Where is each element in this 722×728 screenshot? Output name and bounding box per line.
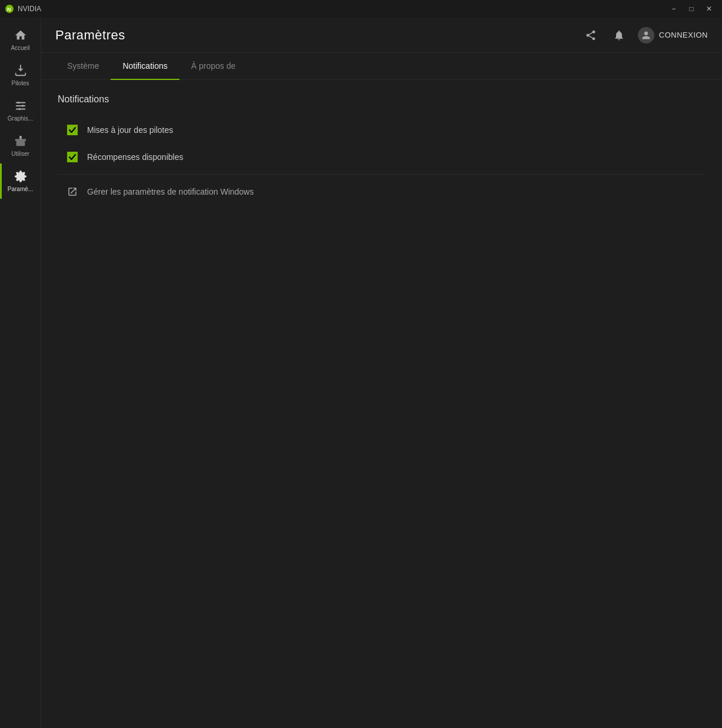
divider bbox=[58, 174, 706, 175]
svg-point-2 bbox=[17, 102, 19, 104]
title-bar-app-name: NVIDIA bbox=[18, 5, 41, 13]
gear-icon bbox=[14, 169, 28, 183]
app-container: Accueil Pilotes Graphis... Utiliser Para bbox=[0, 18, 722, 728]
avatar bbox=[638, 27, 654, 44]
nvidia-logo-icon: N bbox=[5, 4, 14, 14]
header: Paramètres bbox=[41, 18, 722, 53]
notification-item-recompenses[interactable]: Récompenses disponibles bbox=[58, 143, 706, 171]
checkmark-icon-2 bbox=[69, 153, 76, 161]
external-link-label: Gérer les paramètres de notification Win… bbox=[87, 187, 254, 196]
tab-apropos[interactable]: À propos de bbox=[179, 53, 248, 80]
section-title: Notifications bbox=[58, 94, 706, 105]
notifications-button[interactable] bbox=[610, 26, 628, 45]
checkbox-mises-a-jour[interactable] bbox=[67, 125, 78, 135]
notification-label-recompenses: Récompenses disponibles bbox=[87, 152, 183, 162]
svg-text:N: N bbox=[7, 6, 11, 12]
maximize-button[interactable]: □ bbox=[683, 3, 700, 15]
minimize-button[interactable]: − bbox=[666, 3, 682, 15]
sidebar-label-accueil: Accueil bbox=[11, 45, 29, 52]
title-bar-left: N NVIDIA bbox=[5, 4, 41, 14]
gift-icon bbox=[14, 134, 28, 148]
checkbox-recompenses[interactable] bbox=[67, 152, 78, 162]
svg-rect-6 bbox=[16, 141, 25, 146]
connexion-label: CONNEXION bbox=[659, 31, 708, 39]
notification-items: Mises à jour des pilotes Récompenses dis… bbox=[58, 116, 706, 171]
external-link-windows-notifications[interactable]: Gérer les paramètres de notification Win… bbox=[58, 178, 706, 205]
sidebar-label-pilotes: Pilotes bbox=[11, 80, 29, 87]
title-bar: N NVIDIA − □ ✕ bbox=[0, 0, 722, 18]
sidebar-item-graphiques[interactable]: Graphis... bbox=[0, 93, 41, 128]
sidebar: Accueil Pilotes Graphis... Utiliser Para bbox=[0, 18, 41, 728]
share-button[interactable] bbox=[581, 26, 600, 45]
user-icon bbox=[641, 31, 651, 40]
sliders-icon bbox=[14, 99, 28, 113]
checkmark-icon bbox=[69, 126, 76, 133]
sidebar-label-utiliser: Utiliser bbox=[11, 151, 29, 158]
tab-systeme[interactable]: Système bbox=[55, 53, 111, 80]
sidebar-item-pilotes[interactable]: Pilotes bbox=[0, 58, 41, 93]
page-content: Notifications Mises à jour des pilotes bbox=[41, 80, 722, 728]
close-button[interactable]: ✕ bbox=[701, 3, 717, 15]
external-link-icon bbox=[67, 186, 78, 197]
title-bar-controls: − □ ✕ bbox=[666, 3, 717, 15]
download-icon bbox=[14, 64, 28, 78]
bell-icon bbox=[613, 29, 625, 41]
notification-item-mises-a-jour[interactable]: Mises à jour des pilotes bbox=[58, 116, 706, 143]
sidebar-item-parametres[interactable]: Paramè... bbox=[0, 163, 41, 199]
svg-point-4 bbox=[18, 108, 21, 111]
page-title: Paramètres bbox=[55, 28, 125, 43]
sidebar-label-graphiques: Graphis... bbox=[8, 115, 33, 122]
notification-label-mises-a-jour: Mises à jour des pilotes bbox=[87, 125, 173, 135]
sidebar-label-parametres: Paramè... bbox=[8, 186, 33, 193]
sidebar-item-utiliser[interactable]: Utiliser bbox=[0, 128, 41, 163]
sidebar-item-accueil[interactable]: Accueil bbox=[0, 22, 41, 58]
share-icon bbox=[585, 29, 597, 41]
connexion-button[interactable]: CONNEXION bbox=[638, 27, 708, 44]
tab-notifications[interactable]: Notifications bbox=[111, 53, 179, 80]
tabs-container: Système Notifications À propos de bbox=[41, 53, 722, 80]
home-icon bbox=[14, 28, 28, 42]
main-content: Paramètres bbox=[41, 18, 722, 728]
svg-point-3 bbox=[21, 105, 24, 107]
header-actions: CONNEXION bbox=[581, 26, 708, 45]
